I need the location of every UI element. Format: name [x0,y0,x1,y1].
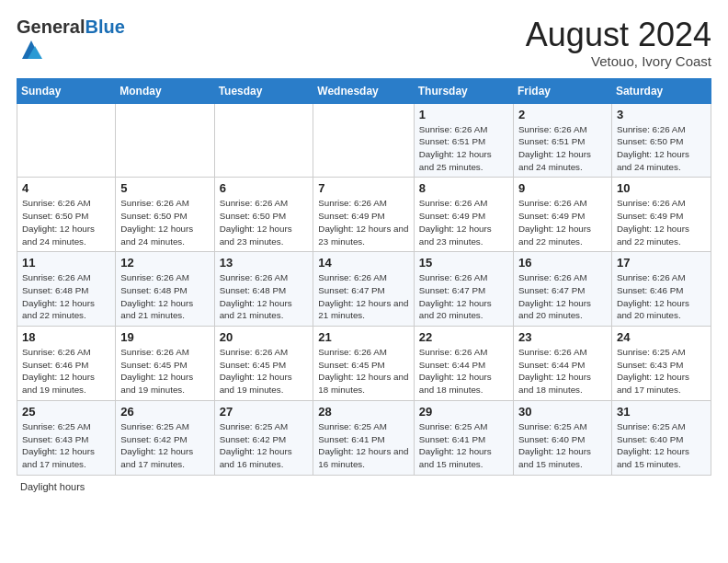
calendar-cell: 3Sunrise: 6:26 AM Sunset: 6:50 PM Daylig… [611,103,711,178]
calendar-week-row: 4Sunrise: 6:26 AM Sunset: 6:50 PM Daylig… [17,178,711,252]
day-number: 5 [120,181,209,195]
calendar-cell: 22Sunrise: 6:26 AM Sunset: 6:44 PM Dayli… [414,327,513,401]
day-info: Sunrise: 6:25 AM Sunset: 6:43 PM Dayligh… [22,420,110,471]
day-number: 19 [120,330,209,344]
calendar-cell: 27Sunrise: 6:25 AM Sunset: 6:42 PM Dayli… [214,400,313,475]
day-info: Sunrise: 6:26 AM Sunset: 6:49 PM Dayligh… [518,197,607,247]
day-info: Sunrise: 6:26 AM Sunset: 6:51 PM Dayligh… [518,123,607,174]
header: GeneralBlue August 2024 Vetouo, Ivory Co… [17,17,711,69]
calendar-cell: 12Sunrise: 6:26 AM Sunset: 6:48 PM Dayli… [116,252,214,327]
calendar-cell: 29Sunrise: 6:25 AM Sunset: 6:41 PM Dayli… [414,400,513,475]
day-info: Sunrise: 6:25 AM Sunset: 6:43 PM Dayligh… [617,346,706,396]
day-info: Sunrise: 6:25 AM Sunset: 6:42 PM Dayligh… [120,420,209,471]
day-info: Sunrise: 6:25 AM Sunset: 6:40 PM Dayligh… [617,420,706,471]
calendar-week-row: 25Sunrise: 6:25 AM Sunset: 6:43 PM Dayli… [17,400,711,475]
calendar-cell [214,103,313,178]
day-number: 1 [419,108,508,121]
day-number: 25 [22,405,110,419]
day-info: Sunrise: 6:26 AM Sunset: 6:50 PM Dayligh… [120,197,209,247]
day-of-week-header: Saturday [611,78,711,103]
day-of-week-header: Thursday [414,78,513,103]
month-title: August 2024 [526,17,711,53]
day-number: 29 [419,405,508,419]
calendar-cell: 24Sunrise: 6:25 AM Sunset: 6:43 PM Dayli… [611,327,711,401]
day-of-week-header: Wednesday [313,78,414,103]
calendar-cell: 6Sunrise: 6:26 AM Sunset: 6:50 PM Daylig… [214,178,313,252]
calendar-cell: 23Sunrise: 6:26 AM Sunset: 6:44 PM Dayli… [514,327,612,401]
day-number: 16 [518,256,607,270]
day-info: Sunrise: 6:26 AM Sunset: 6:50 PM Dayligh… [220,197,309,247]
calendar-cell: 14Sunrise: 6:26 AM Sunset: 6:47 PM Dayli… [313,252,414,327]
day-number: 6 [220,181,309,195]
day-info: Sunrise: 6:25 AM Sunset: 6:41 PM Dayligh… [419,420,508,471]
day-number: 28 [318,405,408,419]
day-number: 9 [518,181,607,195]
logo: GeneralBlue [17,17,125,66]
day-number: 7 [318,181,408,195]
day-of-week-header: Friday [514,78,612,103]
day-number: 8 [419,181,508,195]
calendar-cell: 20Sunrise: 6:26 AM Sunset: 6:45 PM Dayli… [214,327,313,401]
calendar-cell: 11Sunrise: 6:26 AM Sunset: 6:48 PM Dayli… [17,252,116,327]
day-info: Sunrise: 6:26 AM Sunset: 6:51 PM Dayligh… [419,123,508,174]
day-number: 31 [617,405,706,419]
day-number: 4 [22,181,110,195]
calendar-cell: 17Sunrise: 6:26 AM Sunset: 6:46 PM Dayli… [611,252,711,327]
day-number: 11 [22,256,110,270]
day-number: 15 [419,256,508,270]
day-info: Sunrise: 6:26 AM Sunset: 6:47 PM Dayligh… [419,271,508,322]
calendar-cell: 18Sunrise: 6:26 AM Sunset: 6:46 PM Dayli… [17,327,116,401]
day-number: 14 [318,256,408,270]
footer-note: Daylight hours [17,481,711,492]
day-info: Sunrise: 6:26 AM Sunset: 6:48 PM Dayligh… [22,271,110,322]
calendar-cell [116,103,214,178]
day-of-week-header: Tuesday [214,78,313,103]
day-info: Sunrise: 6:26 AM Sunset: 6:50 PM Dayligh… [617,123,706,174]
day-number: 20 [220,330,309,344]
day-number: 30 [518,405,607,419]
day-info: Sunrise: 6:26 AM Sunset: 6:44 PM Dayligh… [518,346,607,396]
calendar-cell [17,103,116,178]
day-info: Sunrise: 6:26 AM Sunset: 6:45 PM Dayligh… [318,346,408,396]
calendar-cell: 2Sunrise: 6:26 AM Sunset: 6:51 PM Daylig… [514,103,612,178]
calendar-cell: 5Sunrise: 6:26 AM Sunset: 6:50 PM Daylig… [116,178,214,252]
day-info: Sunrise: 6:26 AM Sunset: 6:48 PM Dayligh… [220,271,309,322]
day-number: 26 [120,405,209,419]
day-number: 23 [518,330,607,344]
calendar-cell: 1Sunrise: 6:26 AM Sunset: 6:51 PM Daylig… [414,103,513,178]
day-number: 21 [318,330,408,344]
day-info: Sunrise: 6:26 AM Sunset: 6:44 PM Dayligh… [419,346,508,396]
day-info: Sunrise: 6:26 AM Sunset: 6:50 PM Dayligh… [22,197,110,247]
calendar-cell: 28Sunrise: 6:25 AM Sunset: 6:41 PM Dayli… [313,400,414,475]
day-number: 27 [220,405,309,419]
calendar-header-row: SundayMondayTuesdayWednesdayThursdayFrid… [17,78,711,103]
day-of-week-header: Sunday [17,78,116,103]
calendar-cell [313,103,414,178]
day-info: Sunrise: 6:26 AM Sunset: 6:49 PM Dayligh… [318,197,408,247]
calendar-cell: 26Sunrise: 6:25 AM Sunset: 6:42 PM Dayli… [116,400,214,475]
logo-icon [18,37,44,63]
day-info: Sunrise: 6:26 AM Sunset: 6:46 PM Dayligh… [617,271,706,322]
day-info: Sunrise: 6:26 AM Sunset: 6:47 PM Dayligh… [318,271,408,322]
day-info: Sunrise: 6:26 AM Sunset: 6:45 PM Dayligh… [220,346,309,396]
calendar-cell: 9Sunrise: 6:26 AM Sunset: 6:49 PM Daylig… [514,178,612,252]
day-number: 13 [220,256,309,270]
day-info: Sunrise: 6:26 AM Sunset: 6:45 PM Dayligh… [120,346,209,396]
day-info: Sunrise: 6:26 AM Sunset: 6:48 PM Dayligh… [120,271,209,322]
day-number: 22 [419,330,508,344]
day-info: Sunrise: 6:25 AM Sunset: 6:40 PM Dayligh… [518,420,607,471]
calendar-cell: 15Sunrise: 6:26 AM Sunset: 6:47 PM Dayli… [414,252,513,327]
day-number: 18 [22,330,110,344]
page: GeneralBlue August 2024 Vetouo, Ivory Co… [0,0,728,501]
day-info: Sunrise: 6:26 AM Sunset: 6:46 PM Dayligh… [22,346,110,396]
day-number: 3 [617,108,706,121]
title-block: August 2024 Vetouo, Ivory Coast [526,17,711,69]
day-of-week-header: Monday [116,78,214,103]
calendar-cell: 13Sunrise: 6:26 AM Sunset: 6:48 PM Dayli… [214,252,313,327]
calendar-cell: 25Sunrise: 6:25 AM Sunset: 6:43 PM Dayli… [17,400,116,475]
day-number: 17 [617,256,706,270]
calendar-cell: 21Sunrise: 6:26 AM Sunset: 6:45 PM Dayli… [313,327,414,401]
day-number: 2 [518,108,607,121]
calendar-cell: 30Sunrise: 6:25 AM Sunset: 6:40 PM Dayli… [514,400,612,475]
calendar-cell: 7Sunrise: 6:26 AM Sunset: 6:49 PM Daylig… [313,178,414,252]
